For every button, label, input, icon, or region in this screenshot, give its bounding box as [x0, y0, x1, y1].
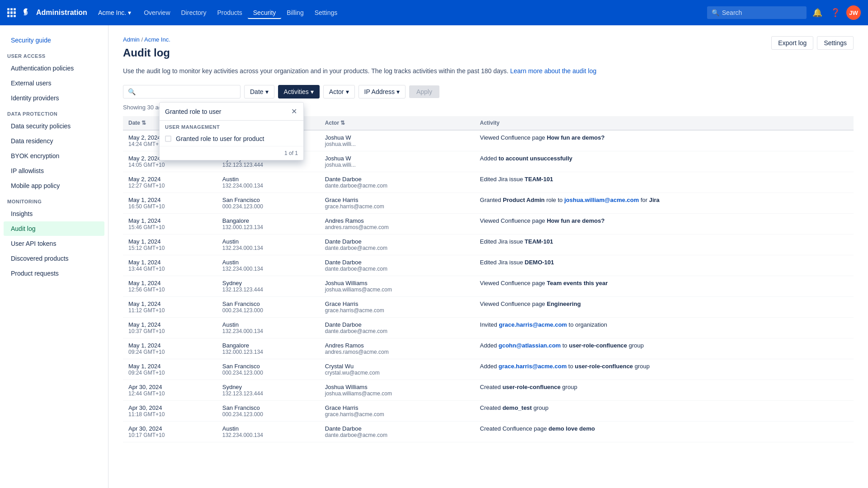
nav-products[interactable]: Products	[212, 6, 248, 19]
nav-settings[interactable]: Settings	[309, 6, 343, 19]
col-actor[interactable]: Actor ⇅	[320, 116, 475, 130]
org-chevron-icon: ▾	[128, 9, 131, 16]
activities-filter-button[interactable]: Activities ▾	[278, 85, 320, 99]
sidebar-item-external-users[interactable]: External users	[4, 76, 104, 90]
table-row: Apr 30, 202411:18 GMT+10 San Francisco00…	[123, 401, 854, 422]
cell-activity: Viewed Confluence page How fun are demos…	[475, 214, 854, 235]
cell-location: San Francisco000.234.123.000	[217, 359, 320, 380]
actor-filter-button[interactable]: Actor ▾	[323, 85, 355, 99]
col-activity: Activity	[475, 116, 854, 130]
activity-link[interactable]: grace.harris@acme.com	[499, 363, 567, 370]
header-actions: Export log Settings	[771, 36, 854, 50]
activity-link[interactable]: grace.harris@acme.com	[499, 321, 567, 328]
cell-actor: Andres Ramosandres.ramos@acme.com	[320, 214, 475, 235]
breadcrumb: Admin / Acme Inc.	[123, 36, 170, 43]
sidebar-item-auth-policies[interactable]: Authentication policies	[4, 61, 104, 75]
learn-more-link[interactable]: Learn more about the audit log	[510, 67, 597, 75]
sidebar-item-user-api-tokens[interactable]: User API tokens	[4, 236, 104, 251]
user-avatar[interactable]: JW	[846, 5, 861, 20]
sidebar-security-guide[interactable]: Security guide	[4, 33, 104, 47]
main-nav: Overview Directory Products Security Bil…	[138, 6, 703, 19]
cell-date: May 1, 202409:24 GMT+10	[123, 359, 217, 380]
sidebar-item-discovered-products[interactable]: Discovered products	[4, 251, 104, 266]
table-row: May 2, 202412:27 GMT+10 Austin132.234.00…	[123, 172, 854, 193]
sidebar-item-insights[interactable]: Insights	[4, 206, 104, 221]
cell-actor: Grace Harrisgrace.harris@acme.com	[320, 401, 475, 422]
table-row: May 1, 202415:12 GMT+10 Austin132.234.00…	[123, 235, 854, 255]
date-filter-label: Date	[250, 88, 264, 95]
help-icon[interactable]: ❓	[828, 5, 843, 20]
table-row: May 1, 202410:37 GMT+10 Austin132.234.00…	[123, 318, 854, 338]
cell-date: May 1, 202411:12 GMT+10	[123, 297, 217, 318]
cell-date: May 1, 202413:44 GMT+10	[123, 255, 217, 276]
cell-actor: Dante Darboedante.darboe@acme.com	[320, 255, 475, 276]
sidebar-item-ip-allowlists[interactable]: IP allowlists	[4, 164, 104, 178]
layout: Security guide User Access Authenticatio…	[0, 25, 868, 488]
sidebar: Security guide User Access Authenticatio…	[0, 25, 108, 488]
cell-activity: Added grace.harris@acme.com to user-role…	[475, 359, 854, 380]
cell-actor: Joshua Williamsjoshua.williams@acme.com	[320, 276, 475, 297]
cell-actor: Andres Ramosandres.ramos@acme.com	[320, 338, 475, 359]
export-log-button[interactable]: Export log	[771, 36, 813, 50]
main-header: Admin / Acme Inc. Audit log Export log S…	[123, 36, 854, 63]
sidebar-item-audit-log[interactable]: Audit log	[4, 221, 104, 236]
filter-search-box[interactable]: 🔍	[123, 85, 241, 99]
cell-actor: Joshua Williamsjoshua.williams@acme.com	[320, 380, 475, 401]
cell-actor: Dante Darboedante.darboe@acme.com	[320, 318, 475, 338]
sidebar-item-byok[interactable]: BYOK encryption	[4, 149, 104, 163]
cell-activity: Edited Jira issue TEAM-101	[475, 235, 854, 255]
table-row: May 1, 202411:12 GMT+10 San Francisco000…	[123, 297, 854, 318]
audit-table: Date ⇅ Location ⇅ Actor ⇅ Activity May 2…	[123, 116, 854, 442]
activity-link[interactable]: gcohn@atlassian.com	[499, 342, 561, 349]
date-filter-button[interactable]: Date ▾	[244, 85, 274, 99]
nav-directory[interactable]: Directory	[176, 6, 212, 19]
cell-actor: Joshua Wjoshua.willi...	[320, 151, 475, 172]
search-icon: 🔍	[712, 9, 719, 16]
nav-billing[interactable]: Billing	[281, 6, 309, 19]
cell-activity: Granted Product Admin role to joshua.wil…	[475, 193, 854, 214]
sidebar-item-mobile-policy[interactable]: Mobile app policy	[4, 178, 104, 193]
cell-activity: Created Confluence page demo love demo	[475, 422, 854, 442]
breadcrumb-org[interactable]: Acme Inc.	[144, 36, 170, 43]
dropdown-clear-icon[interactable]: ✕	[290, 106, 298, 117]
sidebar-item-data-security[interactable]: Data security policies	[4, 119, 104, 133]
notifications-icon[interactable]: 🔔	[810, 5, 825, 20]
ip-address-filter-button[interactable]: IP Address ▾	[359, 85, 406, 99]
actor-filter-label: Actor	[329, 88, 344, 95]
filter-search-icon: 🔍	[128, 88, 136, 95]
dropdown-checkbox[interactable]	[165, 136, 171, 142]
sidebar-item-identity-providers[interactable]: Identity providers	[4, 91, 104, 105]
table-row: Apr 30, 202412:44 GMT+10 Sydney132.123.1…	[123, 380, 854, 401]
cell-activity: Viewed Confluence page How fun are demos…	[475, 130, 854, 151]
cell-location: Austin132.234.000.134	[217, 235, 320, 255]
nav-overview[interactable]: Overview	[138, 6, 175, 19]
activities-chevron-icon: ▾	[311, 88, 314, 95]
date-chevron-icon: ▾	[265, 88, 269, 95]
activity-link[interactable]: joshua.william@acme.com	[564, 197, 639, 203]
dropdown-item-label: Granted role to user for product	[176, 135, 264, 142]
cell-actor: Grace Harrisgrace.harris@acme.com	[320, 297, 475, 318]
ip-filter-label: IP Address	[364, 88, 395, 95]
apply-button[interactable]: Apply	[409, 85, 439, 98]
atlassian-logo[interactable]: Administration	[20, 6, 87, 19]
table-row: May 1, 202413:44 GMT+10 Austin132.234.00…	[123, 255, 854, 276]
org-selector[interactable]: Acme Inc. ▾	[94, 6, 135, 19]
sidebar-item-product-requests[interactable]: Product requests	[4, 266, 104, 281]
nav-security[interactable]: Security	[248, 6, 282, 19]
global-search[interactable]: 🔍 Search	[707, 6, 807, 19]
page-title: Audit log	[123, 47, 170, 59]
cell-activity: Created demo_test group	[475, 401, 854, 422]
dropdown-item-granted-role[interactable]: Granted role to user for product	[160, 131, 303, 146]
cell-location: Austin132.234.000.134	[217, 172, 320, 193]
sidebar-item-data-residency[interactable]: Data residency	[4, 134, 104, 148]
filter-search-input[interactable]	[138, 88, 236, 95]
sort-icon: ⇅	[142, 120, 146, 126]
title-area: Admin / Acme Inc. Audit log	[123, 36, 170, 63]
filter-bar: 🔍 Date ▾ Activities ▾ Actor ▾ IP Address	[123, 85, 854, 99]
apps-grid-icon[interactable]	[7, 8, 16, 17]
table-row: Apr 30, 202410:17 GMT+10 Austin132.234.0…	[123, 422, 854, 442]
actor-chevron-icon: ▾	[346, 88, 349, 95]
breadcrumb-admin[interactable]: Admin	[123, 36, 140, 43]
dropdown-search-input[interactable]	[165, 108, 287, 115]
settings-button[interactable]: Settings	[817, 36, 854, 50]
